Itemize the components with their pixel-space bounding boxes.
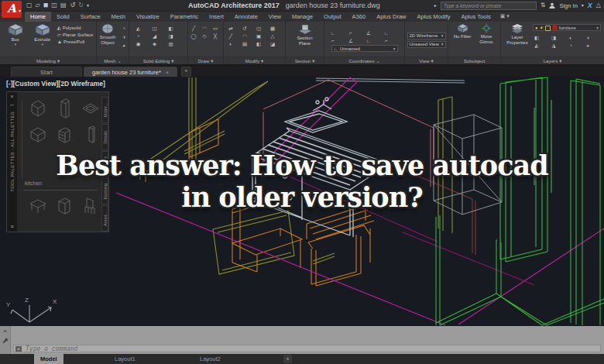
model-space-viewport[interactable]: [-][Custom View][2D Wireframe] × ↔ TOOL … [0, 77, 604, 326]
ucs-axes-icon[interactable]: Y Z X [3, 293, 59, 325]
layout-tab-layout2[interactable]: Layout2 [194, 354, 227, 364]
palette-tab-materials[interactable]: Mater... [101, 97, 108, 123]
quick-access-icon[interactable]: ▱ [36, 2, 40, 9]
ucs-tool-icon[interactable]: ⌐ [347, 29, 355, 36]
ribbon-tab-home[interactable]: Home [25, 11, 51, 22]
layer-tool-icon[interactable]: ◨ [550, 34, 558, 41]
press-pull-button[interactable]: ▲ Press/Pull [57, 39, 94, 44]
layer-tool-icon[interactable]: ◧ [533, 34, 541, 41]
palette-autohide-icon[interactable]: ↔ [9, 101, 15, 108]
ribbon-tab-solid[interactable]: Solid [51, 11, 75, 22]
layout-tab-layout1[interactable]: Layout1 [108, 354, 142, 364]
modify-tool-icon[interactable]: ╱ [227, 33, 235, 39]
draw-tool-icon[interactable]: ╳ [211, 33, 219, 39]
search-input[interactable] [441, 2, 537, 10]
layer-tool-icon[interactable]: ◭ [533, 42, 541, 49]
close-tab-icon[interactable]: × [166, 70, 169, 75]
command-input[interactable] [24, 345, 599, 353]
mesh-tool-icon[interactable]: ◕ [120, 42, 128, 49]
command-input-row[interactable]: » [13, 345, 601, 352]
file-tab-start[interactable]: Start [11, 67, 82, 77]
ucs-tool-icon[interactable]: ∟ [383, 29, 390, 36]
sign-in-button[interactable]: Sign In [559, 2, 577, 9]
panel-label-section[interactable]: Section▾ [286, 57, 324, 64]
file-tab-active-document[interactable]: garden house 23 furniture* × [84, 67, 177, 77]
panel-label-coordinates[interactable]: Coordinates⌄ [324, 57, 404, 64]
undo-icon[interactable]: ↺ [70, 2, 75, 9]
box-button[interactable]: Box ▾ [3, 23, 28, 47]
mesh-tool-icon[interactable]: ◔ [120, 25, 128, 32]
draw-tool-icon[interactable]: ╱ [190, 25, 197, 32]
modify-tool-icon[interactable]: ▦ [269, 25, 276, 32]
ucs-tool-icon[interactable]: ⌐ [329, 37, 337, 44]
modify-tool-icon[interactable]: ◠ [241, 33, 249, 39]
panel-label-view[interactable]: View▾ [405, 57, 448, 64]
ribbon-tab-output[interactable]: Output [318, 11, 347, 22]
wireframe-gray-topline[interactable] [316, 78, 465, 83]
command-close-icon[interactable]: × [3, 328, 7, 335]
ribbon-tab-aplus-draw[interactable]: Aplus Draw [371, 11, 411, 22]
modify-tool-icon[interactable]: ⇄ [227, 25, 235, 32]
named-view-dropdown[interactable]: Unsaved View ▾ [407, 41, 446, 48]
modify-tool-icon[interactable]: ↺ [241, 25, 249, 32]
layer-dropdown[interactable]: ● ☀ furniture ▾ [533, 24, 601, 31]
palette-tab-details[interactable]: Details [101, 124, 108, 150]
solid-editing-tool-icon[interactable]: ◈ [151, 40, 159, 47]
modify-tool-icon[interactable]: △ [269, 33, 276, 39]
ribbon-tab-parametric[interactable]: Parametric [165, 11, 204, 22]
draw-tool-icon[interactable]: ▭ [211, 25, 219, 32]
ribbon-display-button[interactable]: ▣ ▾ [496, 11, 513, 22]
palette-item-tall-cabinet[interactable] [55, 98, 74, 118]
ucs-tool-icon[interactable]: ∟ [329, 29, 337, 36]
no-filter-button[interactable]: No Filter [451, 23, 473, 39]
solid-editing-tool-icon[interactable]: ◨ [167, 33, 175, 39]
solid-editing-tool-icon[interactable]: ◢ [151, 33, 159, 39]
modify-tool-icon[interactable]: ▤ [241, 40, 249, 47]
qat-dropdown-icon[interactable]: ▾ [87, 2, 89, 9]
draw-tool-icon[interactable]: ◠ [201, 25, 208, 32]
panel-label-subobject[interactable]: Subobject [448, 57, 500, 64]
solid-editing-tool-icon[interactable]: ◭ [135, 25, 142, 32]
ribbon-tab-a360[interactable]: A360 [347, 11, 372, 22]
signin-dropdown-icon[interactable]: ▾ [582, 2, 584, 9]
modify-tool-icon[interactable]: ◐ [227, 40, 235, 47]
ucs-tool-icon[interactable]: ∟ [365, 37, 372, 44]
ucs-tool-icon[interactable]: ⌐ [383, 37, 390, 44]
quick-access-icon[interactable]: ◼ [43, 2, 49, 9]
layer-tool-icon[interactable]: ◑ [584, 34, 592, 41]
solid-editing-tool-icon[interactable]: ◧ [167, 25, 175, 32]
smooth-object-button[interactable]: Smooth Object [98, 23, 118, 46]
layer-tool-icon[interactable]: ◮ [550, 42, 558, 49]
ribbon-tab-aplus-modify[interactable]: Aplus Modify [412, 11, 456, 22]
visual-style-dropdown[interactable]: 2D Wireframe ▾ [407, 33, 446, 39]
draw-tool-icon[interactable]: ◯ [190, 33, 197, 39]
quick-access-icon[interactable]: ▤ [60, 2, 67, 9]
layer-tool-icon[interactable]: ◔ [567, 42, 575, 49]
quick-access-icon[interactable]: ▢ [26, 2, 33, 9]
layer-tool-icon[interactable]: ◕ [584, 42, 592, 49]
help-icon[interactable]: △ [596, 2, 601, 9]
modify-tool-icon[interactable]: ◧ [255, 40, 263, 47]
customize-wrench-icon[interactable] [2, 337, 9, 344]
ucs-tool-icon[interactable]: ∠ [347, 37, 355, 44]
palette-item-sink[interactable] [81, 98, 100, 118]
ribbon-tab-annotate[interactable]: Annotate [229, 11, 263, 22]
ucs-name-dropdown[interactable]: ∟ Unnamed ▾ [331, 45, 398, 52]
layer-tool-icon[interactable]: ◐ [567, 34, 575, 41]
solid-editing-tool-icon[interactable]: ◉ [135, 40, 142, 47]
layout-tab-model[interactable]: Model [34, 354, 63, 364]
ucs-tool-icon[interactable]: ∠ [365, 29, 372, 36]
planar-surface-button[interactable]: ▱ Planar Surface [57, 32, 94, 38]
palette-item-base-cabinet[interactable] [29, 98, 47, 118]
move-gizmo-button[interactable]: Move Gizmo [475, 23, 497, 45]
solid-editing-tool-icon[interactable]: ▥ [167, 40, 175, 47]
application-menu-button[interactable]: A ▾ [2, 1, 22, 18]
ribbon-tab-surface[interactable]: Surface [75, 11, 106, 22]
panel-label-solid-editing[interactable]: Solid Editing▾ [129, 57, 187, 64]
modify-tool-icon[interactable]: ◪ [269, 40, 276, 47]
solid-editing-tool-icon[interactable]: ◫ [151, 25, 159, 32]
palette-properties-icon[interactable]: ≡ [10, 224, 13, 230]
polysolid-button[interactable]: ◭ Polysolid [57, 25, 94, 31]
search-go-icon[interactable]: ▸ [434, 2, 437, 9]
palette-item-base-cabinet-doors[interactable] [29, 125, 47, 145]
